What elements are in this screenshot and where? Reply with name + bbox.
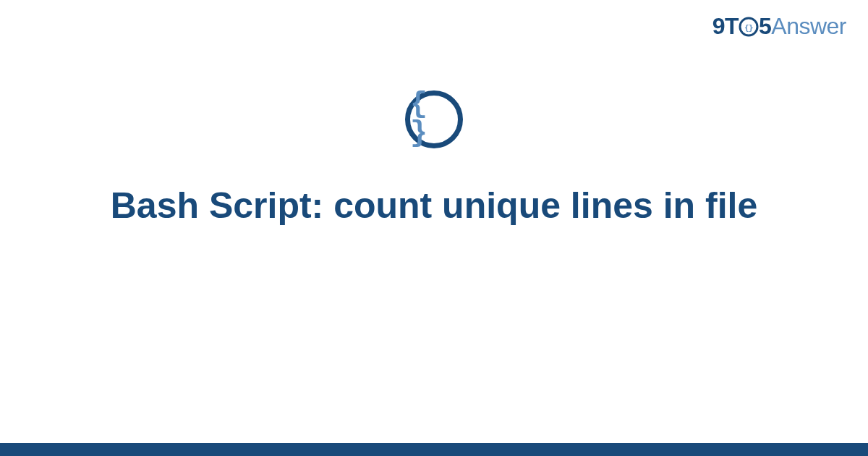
code-braces-icon: { } — [410, 90, 458, 148]
logo-text-9t: 9T — [712, 13, 739, 39]
logo-text-answer: Answer — [771, 13, 846, 39]
site-logo: 9T {} 5Answer — [712, 13, 846, 40]
logo-text-5: 5 — [759, 13, 771, 39]
footer-accent-bar — [0, 443, 868, 456]
page-title: Bash Script: count unique lines in file — [111, 183, 758, 229]
svg-text:{}: {} — [744, 23, 753, 33]
logo-circle-icon: {} — [739, 17, 759, 37]
category-badge: { } — [405, 90, 463, 148]
main-content: { } Bash Script: count unique lines in f… — [0, 90, 868, 229]
